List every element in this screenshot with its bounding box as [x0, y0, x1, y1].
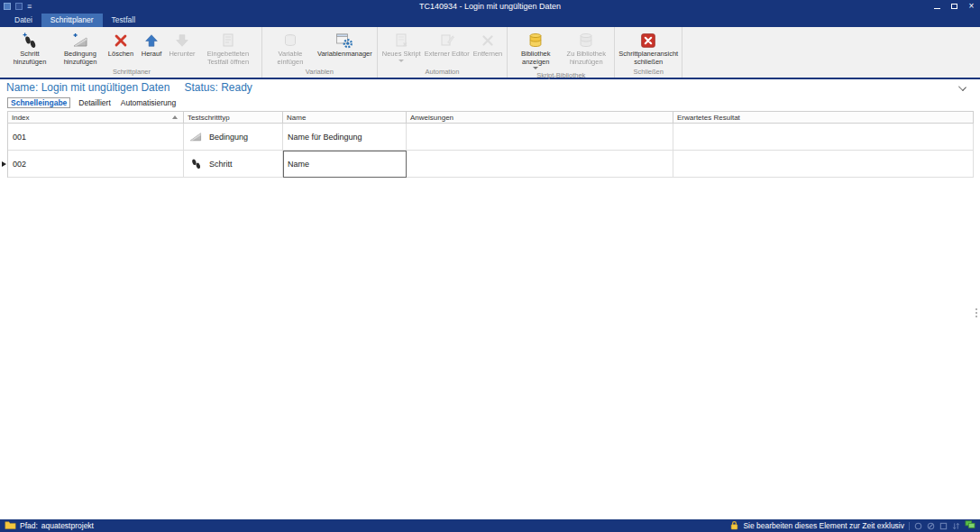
column-header-label: Testschritttyp	[188, 114, 230, 122]
status-bar: Pfad: aquatestprojekt Sie bearbeiten die…	[0, 519, 980, 532]
herauf-button[interactable]: Herauf	[136, 28, 167, 59]
column-header-index[interactable]: Index	[8, 112, 184, 124]
erwartetes-resultat-cell[interactable]	[673, 151, 974, 178]
name-cell-focused[interactable]: Name	[283, 151, 407, 178]
content-empty-area	[0, 178, 980, 519]
ribbon-group-skript-bibliothek: Bibliothek anzeigen Zu Bibliothek hinzuf…	[508, 27, 615, 78]
window-title: TC140934 - Login mit ungültigen Daten	[0, 2, 980, 11]
steps-table: Index Testschritttyp Name Anweisungen Er…	[7, 111, 974, 178]
restore-button[interactable]	[946, 0, 963, 13]
testcase-status-label: Status: Ready	[184, 81, 252, 94]
folder-icon	[5, 520, 16, 531]
variablenmanager-button[interactable]: Variablenmanager	[316, 28, 374, 59]
schritt-hinzufuegen-button[interactable]: Schritt hinzufügen	[5, 28, 55, 66]
minimize-icon	[934, 8, 940, 9]
view-tab-strip: Schnelleingabe Detailliert Automatisieru…	[0, 96, 980, 109]
bibliothek-anzeigen-button[interactable]: Bibliothek anzeigen	[510, 28, 561, 69]
button-label: Zu Bibliothek hinzufügen	[563, 50, 609, 66]
dropdown-arrow-icon	[398, 60, 404, 62]
menu-icon[interactable]: ≡	[27, 3, 32, 11]
tab-automatisierung[interactable]: Automatisierung	[119, 98, 178, 107]
status-icon-2[interactable]	[927, 522, 935, 530]
document-header: Name: Login mit ungültigen Daten Status:…	[0, 79, 980, 96]
index-cell[interactable]: 001	[8, 124, 184, 151]
button-label: Variablenmanager	[317, 50, 372, 59]
new-script-icon	[392, 30, 410, 50]
erwartetes-resultat-cell[interactable]	[673, 124, 974, 151]
loeschen-button[interactable]: Löschen	[105, 28, 136, 59]
herunter-button: Herunter	[167, 28, 197, 59]
ribbon-group-automation: Neues Skript Externer Editor	[378, 27, 508, 78]
externer-editor-button: Externer Editor	[423, 28, 472, 59]
network-status-icon[interactable]	[965, 520, 975, 531]
status-icon-1[interactable]	[914, 522, 922, 530]
tab-detailliert[interactable]: Detailliert	[77, 98, 112, 107]
testschritttyp-cell[interactable]: Bedingung	[184, 124, 283, 151]
index-cell[interactable]: 002	[8, 151, 184, 178]
button-label: Neues Skript	[382, 50, 421, 59]
button-label: Schrittplaneransicht schließen	[618, 50, 678, 66]
testcase-name-label: Name: Login mit ungültigen Daten	[6, 81, 169, 94]
tab-datei[interactable]: Datei	[5, 14, 41, 27]
status-icon-4[interactable]	[952, 522, 960, 530]
testschritttyp-cell[interactable]: Schritt	[184, 151, 283, 178]
group-label: Automation	[380, 66, 505, 78]
anweisungen-cell[interactable]	[407, 124, 673, 151]
ribbon: Schritt hinzufügen Bedingung hinzufügen	[0, 27, 980, 79]
path-label: Pfad:	[20, 521, 38, 530]
button-label: Eingebetteten Testfall öffnen	[199, 50, 257, 66]
ribbon-group-variablen: Variable einfügen Variablenmanager Varia…	[262, 27, 378, 78]
remove-x-icon	[480, 30, 496, 50]
library-add-icon	[577, 30, 595, 50]
delete-x-icon	[113, 30, 129, 50]
tab-schrittplaner[interactable]: Schrittplaner	[41, 14, 103, 27]
bedingung-icon	[188, 129, 203, 145]
column-header-label: Erwartetes Resultat	[677, 114, 740, 122]
quick-save-icon[interactable]	[15, 3, 23, 10]
bedingung-hinzufuegen-button[interactable]: Bedingung hinzufügen	[55, 28, 105, 66]
variable-manager-gear-icon	[335, 30, 353, 50]
ribbon-group-schliessen: Schrittplaneransicht schließen Schließen	[615, 27, 682, 78]
current-row-indicator	[2, 161, 6, 167]
statusbar-separator	[909, 522, 910, 530]
title-bar: ≡ TC140934 - Login mit ungültigen Daten …	[0, 0, 980, 13]
library-database-icon	[527, 30, 545, 50]
button-label: Variable einfügen	[267, 50, 314, 66]
sort-ascending-icon	[172, 115, 178, 119]
footsteps-add-icon	[21, 30, 39, 50]
group-label: Variablen	[265, 66, 374, 78]
button-label: Herunter	[169, 50, 195, 59]
path-value[interactable]: aquatestprojekt	[41, 521, 94, 530]
ribbon-tab-strip: Datei Schrittplaner Testfall	[0, 13, 980, 27]
schrittplaneransicht-schliessen-button[interactable]: Schrittplaneransicht schließen	[618, 28, 679, 66]
column-header-testschritttyp[interactable]: Testschritttyp	[184, 112, 283, 124]
column-header-label: Name	[287, 114, 306, 122]
external-editor-pencil-icon	[438, 30, 456, 50]
button-label: Löschen	[108, 50, 133, 59]
lock-icon	[730, 520, 738, 532]
column-header-erwartetes-resultat[interactable]: Erwartetes Resultat	[673, 112, 974, 124]
embedded-testcase-icon	[219, 30, 237, 50]
chevron-down-icon[interactable]	[958, 83, 966, 91]
close-button[interactable]: ×	[963, 0, 980, 13]
eingebetteten-testfall-oeffnen-button: Eingebetteten Testfall öffnen	[197, 28, 259, 66]
arrow-up-icon	[143, 30, 160, 50]
button-label: Externer Editor	[425, 50, 470, 59]
tab-schnelleingabe[interactable]: Schnelleingabe	[7, 97, 70, 108]
status-icon-3[interactable]	[939, 522, 948, 530]
name-cell[interactable]: Name für Bedingung	[283, 124, 407, 151]
splitter-handle[interactable]	[975, 308, 977, 317]
group-label: Schließen	[618, 66, 679, 78]
column-header-name[interactable]: Name	[283, 112, 407, 124]
tab-testfall[interactable]: Testfall	[103, 14, 144, 27]
minimize-button[interactable]	[929, 0, 946, 13]
app-icon	[4, 3, 11, 10]
button-label: Bibliothek anzeigen	[512, 50, 559, 66]
close-view-icon	[639, 30, 657, 50]
column-header-label: Anweisungen	[410, 114, 453, 122]
anweisungen-cell[interactable]	[407, 151, 673, 178]
button-label: Schritt hinzufügen	[6, 50, 53, 66]
schritt-icon	[188, 156, 203, 172]
column-header-anweisungen[interactable]: Anweisungen	[407, 112, 673, 124]
neues-skript-button: Neues Skript	[380, 28, 423, 62]
